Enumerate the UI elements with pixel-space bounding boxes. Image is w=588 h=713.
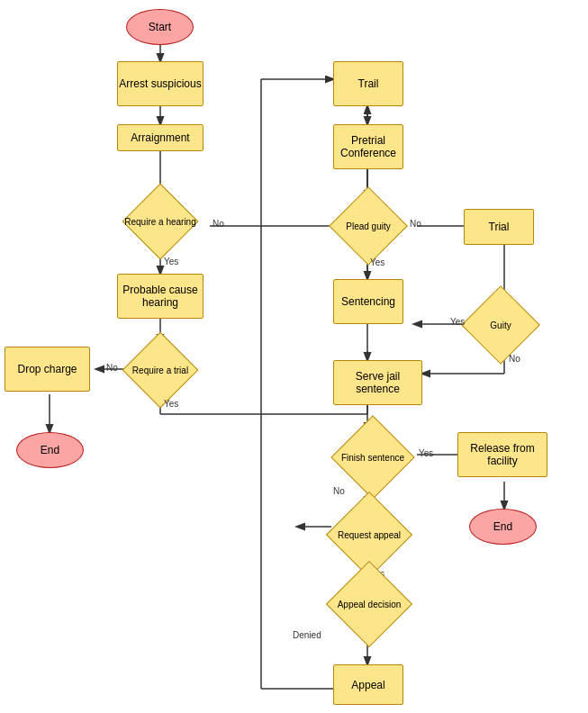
arrest-node: Arrest suspicious xyxy=(117,61,204,106)
yes5-label: Yes xyxy=(419,448,433,458)
start-node: Start xyxy=(126,9,194,45)
trail-node: Trail xyxy=(333,61,403,106)
yes4-label: Yes xyxy=(450,317,465,327)
release-node: Release from facility xyxy=(457,432,547,477)
serve-jail-node: Serve jail sentence xyxy=(333,360,422,405)
end2-node: End xyxy=(469,509,537,545)
no1-label: No xyxy=(213,219,224,229)
drop-charge-node: Drop charge xyxy=(5,347,90,392)
yes1-label: Yes xyxy=(164,257,178,266)
flowchart-diagram: Start Arrest suspicious Arraignment Requ… xyxy=(0,0,588,713)
require-hearing-diamond: Require a hearing xyxy=(117,189,204,254)
no4-label: No xyxy=(509,354,520,364)
no5-label: No xyxy=(333,486,345,496)
guilty-diamond: Guity xyxy=(461,293,540,357)
probable-cause-node: Probable cause hearing xyxy=(117,274,204,319)
finish-sentence-diamond: Finish sentence xyxy=(329,425,417,490)
sentencing-node: Sentencing xyxy=(333,279,403,324)
plead-guilty-diamond: Plead guity xyxy=(329,194,408,258)
no2-label: No xyxy=(106,363,118,373)
request-appeal-diamond: Request appeal xyxy=(324,502,414,567)
yes2-label: Yes xyxy=(164,399,178,409)
appeal-decision-diamond: Appeal decision xyxy=(324,572,414,636)
trial-node: Trial xyxy=(464,209,534,245)
denied-label: Denied xyxy=(293,630,321,640)
end1-node: End xyxy=(16,432,84,468)
appeal-node: Appeal xyxy=(333,664,403,705)
yes3-label: Yes xyxy=(370,257,384,267)
arraignment-node: Arraignment xyxy=(117,124,204,151)
require-trial-diamond: Require a trial xyxy=(117,338,204,402)
pretrial-node: Pretrial Conference xyxy=(333,124,403,169)
no3-label: No xyxy=(410,219,421,229)
